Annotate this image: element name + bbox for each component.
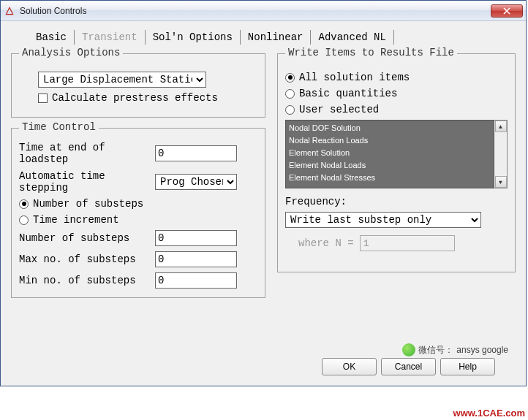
- site-url: www.1CAE.com: [453, 408, 525, 419]
- close-icon: [503, 7, 510, 15]
- analysis-options-legend: Analysis Options: [19, 47, 123, 58]
- where-n-input: [360, 235, 455, 251]
- list-item[interactable]: Element Nodal Stresses: [289, 172, 491, 184]
- min-substeps-input[interactable]: [155, 272, 237, 289]
- time-control-group: Time Control Time at end of loadstep Aut…: [11, 128, 265, 298]
- tab-soln-options[interactable]: Sol'n Options: [150, 28, 235, 46]
- dialog-body: Basic Transient Sol'n Options Nonlinear …: [1, 21, 526, 386]
- radio-all-items[interactable]: [285, 73, 295, 83]
- radio-time-increment[interactable]: [19, 215, 29, 225]
- cancel-button[interactable]: Cancel: [381, 358, 436, 375]
- scroll-up-icon[interactable]: ▲: [495, 121, 507, 132]
- prestress-label: Calculate prestress effects: [52, 92, 218, 104]
- frequency-select[interactable]: Write last substep only: [285, 212, 481, 228]
- list-item[interactable]: Nodal Reaction Loads: [289, 134, 491, 147]
- num-substeps-input[interactable]: [155, 230, 237, 246]
- wechat-label: 微信号：: [418, 344, 453, 356]
- analysis-options-group: Analysis Options Large Displacement Stat…: [11, 53, 265, 118]
- results-items-listbox[interactable]: Nodal DOF Solution Nodal Reaction Loads …: [285, 120, 494, 188]
- scroll-down-icon[interactable]: ▼: [495, 176, 507, 188]
- solution-controls-dialog: Solution Controls Basic Transient Sol'n …: [0, 0, 527, 386]
- time-end-label: Time at end of loadstep: [19, 142, 155, 165]
- auto-ts-select[interactable]: Prog Chosen: [155, 174, 237, 190]
- radio-substeps[interactable]: [19, 199, 29, 209]
- radio-substeps-label: Number of substeps: [33, 198, 143, 210]
- radio-user-label: User selected: [299, 104, 379, 115]
- analysis-type-select[interactable]: Large Displacement Static: [38, 72, 206, 88]
- prestress-checkbox[interactable]: [38, 93, 48, 103]
- max-substeps-input[interactable]: [155, 251, 237, 267]
- close-button[interactable]: [491, 4, 523, 18]
- time-control-legend: Time Control: [19, 121, 99, 133]
- radio-user-selected[interactable]: [285, 105, 295, 115]
- auto-ts-label: Automatic time stepping: [19, 170, 155, 194]
- titlebar: Solution Controls: [1, 1, 526, 21]
- wechat-icon: [402, 343, 415, 356]
- tab-sep: [310, 30, 311, 45]
- tab-advanced-nl[interactable]: Advanced NL: [315, 28, 388, 46]
- min-substeps-label: Min no. of substeps: [19, 275, 155, 286]
- help-button[interactable]: Help: [440, 358, 495, 375]
- num-substeps-label: Number of substeps: [19, 232, 155, 244]
- app-icon: [4, 5, 15, 17]
- tabstrip: Basic Transient Sol'n Options Nonlinear …: [11, 28, 516, 46]
- write-items-legend: Write Items to Results File: [285, 47, 457, 58]
- tab-sep: [393, 30, 394, 45]
- tab-basic[interactable]: Basic: [33, 28, 69, 46]
- listbox-scrollbar[interactable]: ▲ ▼: [494, 120, 508, 188]
- radio-basic-label: Basic quantities: [299, 88, 397, 99]
- tab-sep: [240, 30, 241, 45]
- time-end-input[interactable]: [155, 145, 237, 161]
- window-title: Solution Controls: [20, 6, 491, 16]
- list-item[interactable]: Element Nodal Loads: [289, 159, 491, 172]
- tab-sep: [145, 30, 146, 45]
- radio-all-label: All solution items: [299, 72, 410, 83]
- write-items-group: Write Items to Results File All solution…: [277, 53, 516, 272]
- radio-basic-quantities[interactable]: [285, 89, 295, 99]
- list-item[interactable]: Element Solution: [289, 147, 491, 159]
- dialog-buttons: OK Cancel Help: [322, 358, 495, 375]
- tab-transient[interactable]: Transient: [79, 28, 140, 46]
- wechat-id: ansys google: [456, 345, 508, 355]
- frequency-label: Frequency:: [285, 196, 508, 207]
- radio-increment-label: Time increment: [33, 214, 119, 226]
- list-item[interactable]: Nodal DOF Solution: [289, 122, 491, 134]
- tab-sep: [74, 30, 75, 45]
- max-substeps-label: Max no. of substeps: [19, 253, 155, 265]
- where-n-label: where N =: [298, 237, 354, 249]
- watermark: 微信号： ansys google: [402, 343, 508, 356]
- ok-button[interactable]: OK: [322, 358, 377, 375]
- tab-nonlinear[interactable]: Nonlinear: [245, 28, 306, 46]
- bottom-area: 微信号： ansys google OK Cancel Help: [11, 298, 516, 386]
